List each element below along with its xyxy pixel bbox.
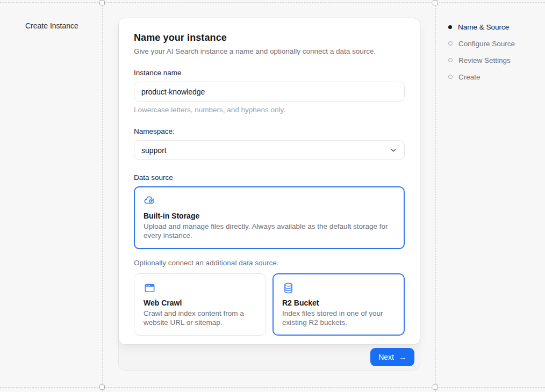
- wizard-step-panel: Name your instance Give your AI Search i…: [119, 18, 420, 344]
- optional-source-note: Optionally connect an additional data so…: [134, 259, 405, 267]
- r2-bucket-title: R2 Bucket: [282, 299, 395, 307]
- chevron-down-icon: [389, 146, 398, 155]
- step-item-review-settings[interactable]: Review Settings: [448, 55, 515, 65]
- step-bullet-hollow: [448, 58, 453, 62]
- web-crawl-title: Web Crawl: [144, 299, 256, 307]
- canvas-handle-top-right[interactable]: [433, 0, 438, 5]
- data-source-option-web-crawl[interactable]: Web Crawl Crawl and index content from a…: [134, 273, 266, 336]
- step-bullet-hollow: [448, 41, 453, 46]
- next-button-label: Next: [378, 353, 394, 361]
- r2-bucket-description: Index files stored in one of your existi…: [282, 309, 395, 328]
- step-bullet-hollow: [448, 75, 453, 79]
- instance-name-helper: Lowercase letters, numbers, and hyphens …: [134, 106, 405, 114]
- page-title: Create Instance: [25, 21, 78, 30]
- step-item-configure-source[interactable]: Configure Source: [448, 39, 515, 48]
- guide-line-bottom: [0, 387, 545, 388]
- canvas-handle-bottom-left[interactable]: [99, 384, 105, 390]
- web-crawl-description: Crawl and index content from a website U…: [144, 309, 256, 328]
- instance-name-label: Instance name: [134, 69, 405, 77]
- step-item-name-and-source[interactable]: Name & Source: [448, 22, 515, 32]
- step-heading: Name your instance: [134, 32, 405, 43]
- step-subheading: Give your AI Search instance a name and …: [134, 47, 405, 55]
- wizard-footer: Next →: [119, 344, 420, 370]
- namespace-select[interactable]: support: [134, 140, 405, 160]
- canvas-handle-bottom-right[interactable]: [433, 384, 438, 390]
- instance-name-input[interactable]: [134, 82, 405, 101]
- step-item-create[interactable]: Create: [448, 72, 515, 82]
- namespace-label: Namespace:: [134, 127, 405, 135]
- guide-line-right: [435, 0, 436, 392]
- arrow-right-icon: →: [399, 353, 406, 361]
- step-bullet-filled: [448, 25, 452, 29]
- create-instance-wizard: Name your instance Give your AI Search i…: [118, 18, 420, 371]
- additional-source-options: Web Crawl Crawl and index content from a…: [134, 273, 405, 336]
- guide-line-left: [102, 0, 103, 392]
- builtin-storage-description: Upload and manage files directly. Always…: [144, 222, 395, 241]
- next-button[interactable]: Next →: [370, 348, 414, 366]
- data-source-option-r2-bucket[interactable]: R2 Bucket Index files stored in one of y…: [272, 273, 405, 336]
- browser-window-icon: [144, 282, 256, 294]
- data-source-label: Data source: [134, 173, 405, 182]
- database-icon: [282, 282, 395, 294]
- guide-line-top: [0, 2, 545, 3]
- builtin-storage-title: Built-in Storage: [144, 212, 395, 220]
- data-source-option-builtin-storage[interactable]: Built-in Storage Upload and manage files…: [134, 186, 405, 249]
- wizard-steps-nav: Name & Source Configure Source Review Se…: [448, 22, 515, 82]
- cloud-upload-icon: [144, 195, 395, 207]
- canvas-handle-top-left[interactable]: [99, 0, 105, 5]
- namespace-selected-value: support: [141, 146, 167, 155]
